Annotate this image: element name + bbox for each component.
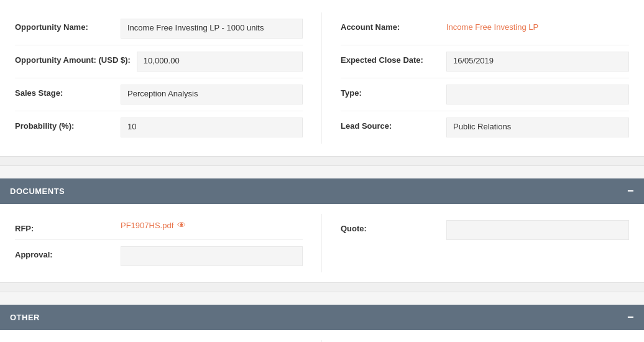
lead-source-label: Lead Source: [341, 118, 446, 131]
section-divider [0, 156, 644, 166]
documents-collapse-button[interactable]: − [627, 185, 634, 198]
left-column: Opportunity Name: Income Free Investing … [15, 12, 322, 144]
documents-form: RFP: PF1907HS.pdf 👁 Approval: Quote: [15, 214, 629, 272]
quote-label: Quote: [341, 220, 446, 233]
opportunity-name-label: Opportunity Name: [15, 19, 121, 32]
rfp-filename: PF1907HS.pdf [121, 221, 173, 230]
rfp-file-link[interactable]: PF1907HS.pdf 👁 [121, 220, 186, 230]
documents-section: DOCUMENTS − RFP: PF1907HS.pdf 👁 Approval… [0, 178, 644, 282]
opportunity-amount-label: Opportunity Amount: (USD $): [15, 52, 137, 65]
sales-stage-row: Sales Stage: Perception Analysis [15, 78, 303, 111]
documents-header: DOCUMENTS − [0, 178, 644, 204]
opportunity-name-value: Income Free Investing LP - 1000 units [121, 19, 303, 39]
probability-value: 10 [121, 118, 303, 137]
opportunity-amount-value: 10,000.00 [137, 52, 303, 72]
approval-label: Approval: [15, 246, 121, 259]
probability-label: Probability (%): [15, 118, 121, 131]
sales-stage-value: Perception Analysis [121, 85, 303, 104]
eye-icon: 👁 [177, 220, 186, 230]
opportunity-amount-row: Opportunity Amount: (USD $): 10,000.00 [15, 45, 303, 78]
lead-source-row: Lead Source: Public Relations [341, 111, 629, 144]
account-name-value[interactable]: Income Free Investing LP [446, 19, 629, 39]
documents-body: RFP: PF1907HS.pdf 👁 Approval: Quote: [0, 204, 644, 282]
other-header: OTHER − [0, 305, 644, 330]
other-title: OTHER [10, 313, 40, 322]
documents-title: DOCUMENTS [10, 187, 65, 196]
type-value [446, 85, 629, 104]
other-section: OTHER − Next Step: Campaign: [0, 305, 644, 342]
opportunity-form: Opportunity Name: Income Free Investing … [15, 12, 629, 144]
rfp-row: RFP: PF1907HS.pdf 👁 [15, 214, 303, 240]
rfp-label: RFP: [15, 220, 121, 233]
right-column: Account Name: Income Free Investing LP E… [322, 12, 629, 144]
approval-row: Approval: [15, 240, 303, 272]
opportunity-name-row: Opportunity Name: Income Free Investing … [15, 12, 303, 45]
close-date-label: Expected Close Date: [341, 52, 446, 65]
sales-stage-label: Sales Stage: [15, 85, 121, 98]
type-row: Type: [341, 78, 629, 111]
documents-right-col: Quote: [322, 214, 629, 272]
approval-value [121, 246, 303, 266]
other-body: Next Step: Campaign: [0, 330, 644, 342]
quote-row: Quote: [341, 214, 629, 246]
lead-source-value: Public Relations [446, 118, 629, 137]
section-divider-2 [0, 282, 644, 292]
type-label: Type: [341, 85, 446, 98]
account-name-row: Account Name: Income Free Investing LP [341, 12, 629, 45]
probability-row: Probability (%): 10 [15, 111, 303, 144]
close-date-value: 16/05/2019 [446, 52, 629, 72]
other-collapse-button[interactable]: − [627, 311, 634, 324]
close-date-row: Expected Close Date: 16/05/2019 [341, 45, 629, 78]
documents-left-col: RFP: PF1907HS.pdf 👁 Approval: [15, 214, 322, 272]
quote-value [446, 220, 629, 240]
account-name-label: Account Name: [341, 19, 446, 32]
